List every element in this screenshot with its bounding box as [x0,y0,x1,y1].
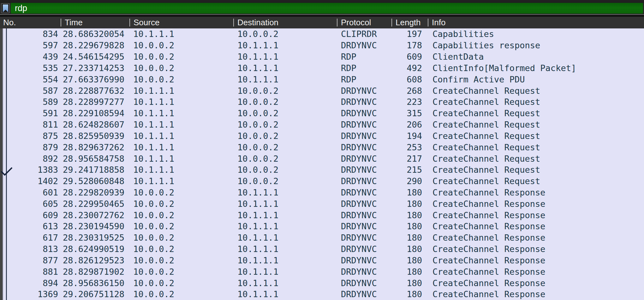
packet-cell-no: 894 [0,278,61,288]
column-header-destination[interactable]: Destination [233,17,337,28]
packet-row[interactable]: 87528.82595093910.1.1.110.0.0.2DRDYNVC19… [0,130,644,141]
packet-cell-time: 28.229820939 [61,188,129,197]
packet-cell-info: CreateChannel Response [428,278,644,288]
packet-cell-no: 879 [0,142,61,152]
packet-cell-info: CreateChannel Response [428,267,644,277]
filter-bookmark-button[interactable] [1,3,10,13]
packet-cell-no: 613 [0,221,61,231]
packet-cell-length: 180 [391,244,428,254]
packet-cell-time: 28.829637262 [61,142,129,152]
packet-cell-time: 29.206751128 [61,289,129,299]
packet-row[interactable]: 81328.62499051910.0.0.210.1.1.1DRDYNVC18… [0,243,644,255]
packet-row[interactable]: 89428.95683615010.0.0.210.1.1.1DRDYNVC18… [0,277,644,289]
packet-cell-source: 10.1.1.1 [129,154,233,164]
packet-cell-source: 10.1.1.1 [129,176,233,186]
packet-cell-source: 10.0.0.2 [129,267,233,277]
packet-cell-info: CreateChannel Response [428,233,644,243]
packet-cell-protocol: DRDYNVC [337,86,391,96]
packet-row[interactable]: 61328.23019459010.0.0.210.1.1.1DRDYNVC18… [0,221,644,232]
packet-row[interactable]: 83428.68632005410.1.1.110.0.0.2CLIPRDR19… [0,28,644,40]
packet-cell-length: 180 [391,199,428,209]
packet-cell-length: 206 [391,120,428,129]
packet-cell-protocol: CLIPRDR [337,29,391,39]
packet-row[interactable]: 81128.62482860710.1.1.110.0.0.2DRDYNVC20… [0,119,644,130]
packet-cell-destination: 10.1.1.1 [233,233,337,243]
packet-row[interactable]: 60928.23007276210.0.0.210.1.1.1DRDYNVC18… [0,209,644,221]
packet-cell-source: 10.1.1.1 [129,131,233,141]
packet-cell-source: 10.1.1.1 [129,165,233,175]
packet-row[interactable]: 43924.54615429510.0.0.210.1.1.1RDP609Cli… [0,51,644,63]
packet-cell-length: 180 [391,255,428,265]
packet-cell-protocol: DRDYNVC [337,176,391,186]
packet-cell-length: 217 [391,154,428,164]
packet-row[interactable]: 87728.82612952310.0.0.210.1.1.1DRDYNVC18… [0,255,644,266]
column-header-length[interactable]: Length [391,17,428,28]
packet-row[interactable]: 138329.24171885810.1.1.110.0.0.2DRDYNVC2… [0,164,644,176]
packet-cell-info: ClientInfo[Malformed Packet] [428,63,644,73]
packet-row[interactable]: 53527.23371425310.0.0.210.1.1.1RDP492Cli… [0,62,644,74]
packet-row[interactable]: 59128.22910859410.1.1.110.0.0.2DRDYNVC31… [0,108,644,119]
packet-cell-destination: 10.1.1.1 [233,278,337,288]
packet-cell-time: 28.229108594 [61,108,129,118]
packet-cell-length: 178 [391,40,428,50]
packet-cell-time: 28.230072762 [61,210,129,220]
packet-cell-destination: 10.0.0.2 [233,154,337,164]
column-header-no[interactable]: No. [0,17,61,28]
packet-cell-no: 609 [0,210,61,220]
packet-cell-length: 180 [391,267,428,277]
packet-cell-source: 10.1.1.1 [129,97,233,107]
packet-cell-time: 28.825950939 [61,131,129,141]
packet-row[interactable]: 58928.22899727710.1.1.110.0.0.2DRDYNVC22… [0,96,644,108]
column-header-time[interactable]: Time [61,17,129,28]
packet-row[interactable]: 87928.82963726210.1.1.110.0.0.2DRDYNVC25… [0,141,644,153]
packet-row[interactable]: 60528.22995046510.0.0.210.1.1.1DRDYNVC18… [0,198,644,209]
packet-cell-protocol: RDP [337,63,391,73]
packet-cell-source: 10.0.0.2 [129,199,233,209]
packet-row[interactable]: 140229.52806084810.1.1.110.0.0.2DRDYNVC2… [0,176,644,187]
packet-row[interactable]: 55427.66337699010.0.0.210.1.1.1RDP608Con… [0,74,644,85]
packet-cell-protocol: DRDYNVC [337,255,391,265]
packet-cell-length: 253 [391,142,428,152]
packet-cell-protocol: RDP [337,52,391,62]
packet-cell-destination: 10.1.1.1 [233,267,337,277]
packet-cell-destination: 10.1.1.1 [233,52,337,62]
packet-cell-no: 834 [0,29,61,39]
packet-row[interactable]: 89228.95658475810.1.1.110.0.0.2DRDYNVC21… [0,153,644,164]
display-filter-input[interactable]: rdp [11,3,643,14]
packet-cell-source: 10.0.0.2 [129,255,233,265]
packet-cell-protocol: DRDYNVC [337,188,391,197]
packet-row[interactable]: 136929.20675112810.0.0.210.1.1.1DRDYNVC1… [0,289,644,300]
packet-cell-destination: 10.0.0.2 [233,120,337,129]
packet-row[interactable]: 58728.22887763210.1.1.110.0.0.2DRDYNVC26… [0,85,644,96]
packet-cell-info: CreateChannel Request [428,108,644,118]
packet-cell-source: 10.0.0.2 [129,40,233,50]
packet-cell-info: CreateChannel Response [428,221,644,231]
packet-cell-destination: 10.1.1.1 [233,63,337,73]
packet-cell-destination: 10.1.1.1 [233,289,337,299]
packet-cell-destination: 10.0.0.2 [233,97,337,107]
column-header-protocol[interactable]: Protocol [337,17,391,28]
packet-cell-protocol: DRDYNVC [337,165,391,175]
packet-cell-no: 617 [0,233,61,243]
wireshark-window: rdp No.TimeSourceDestinationProtocolLeng… [0,0,644,300]
window-top-strip [0,0,644,3]
column-header-source[interactable]: Source [129,17,233,28]
column-header-info[interactable]: Info [428,17,644,28]
packet-cell-info: CreateChannel Request [428,131,644,141]
packet-cell-protocol: DRDYNVC [337,120,391,129]
packet-cell-info: CreateChannel Response [428,244,644,254]
packet-cell-destination: 10.1.1.1 [233,199,337,209]
packet-cell-time: 28.826129523 [61,255,129,265]
packet-cell-time: 28.229950465 [61,199,129,209]
packet-cell-source: 10.0.0.2 [129,221,233,231]
packet-row[interactable]: 60128.22982093910.0.0.210.1.1.1DRDYNVC18… [0,187,644,198]
packet-cell-time: 28.229679828 [61,40,129,50]
packet-row[interactable]: 61728.23031952510.0.0.210.1.1.1DRDYNVC18… [0,232,644,243]
packet-cell-time: 28.228997277 [61,97,129,107]
packet-cell-destination: 10.0.0.2 [233,86,337,96]
packet-cell-time: 28.829871902 [61,267,129,277]
packet-row[interactable]: 59728.22967982810.0.0.210.1.1.1DRDYNVC17… [0,40,644,51]
pane-splitter[interactable] [0,14,644,17]
packet-row[interactable]: 88128.82987190210.0.0.210.1.1.1DRDYNVC18… [0,266,644,277]
packet-cell-info: CreateChannel Response [428,199,644,209]
